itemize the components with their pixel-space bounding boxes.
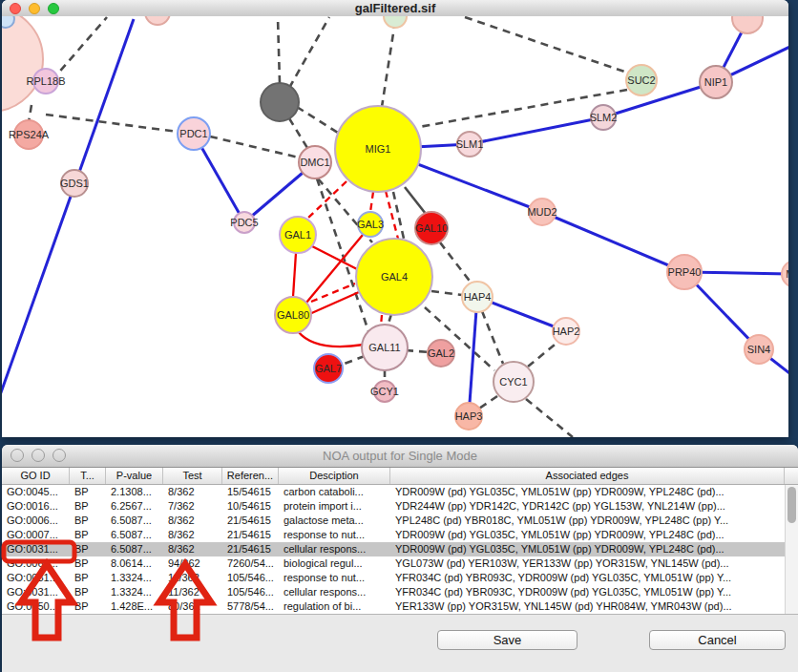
minimize-button[interactable] [29, 3, 40, 14]
table-cell: GO:0007... [2, 528, 70, 542]
column-header-4[interactable]: Referen... [222, 468, 279, 484]
graph-node-DMC1[interactable] [299, 146, 331, 178]
table-cell: 80/362 [163, 599, 222, 614]
graph-node-GAL80[interactable] [275, 297, 311, 333]
graph-node-GAL11[interactable] [362, 325, 408, 370]
graph-node-GAL7[interactable] [314, 354, 343, 383]
graph-node-PDC5[interactable] [234, 212, 255, 233]
network-graph: RPL18BRPS24AGDS1PDC1PDC5MIG1DMC1SUC2SLM1… [2, 16, 788, 437]
graph-node-SLM1[interactable] [457, 132, 482, 157]
noa-window-titlebar[interactable]: NOA output for Single Mode [2, 445, 798, 468]
table-cell: 21/54615 [222, 542, 279, 556]
graph-node-MIG1[interactable] [335, 106, 421, 192]
graph-node-SIN4[interactable] [745, 335, 773, 364]
graph-node-HAP4[interactable] [462, 282, 493, 312]
graph-edge [210, 136, 299, 158]
graph-node-HAP2[interactable] [553, 318, 579, 345]
graph-node-GAL3[interactable] [358, 212, 383, 237]
graph-node-MSI[interactable] [782, 261, 788, 287]
graph-node-GAL10[interactable] [415, 212, 448, 244]
table-row[interactable]: GO:0006...BP6.5087...8/36221/54615galact… [2, 514, 798, 528]
graph-node[interactable] [261, 83, 299, 121]
scrollbar-thumb[interactable] [788, 487, 796, 523]
graph-node[interactable] [2, 16, 43, 112]
table-cell: regulation of bi... [279, 599, 390, 614]
table-cell: BP [70, 485, 106, 499]
column-header-0[interactable]: GO ID [2, 468, 70, 484]
table-cell: YDR009W (pd) YGL035C, YML051W (pp) YDR00… [390, 528, 785, 542]
column-header-6[interactable]: Associated edges [390, 468, 785, 484]
graph-node-SLM2[interactable] [591, 105, 616, 130]
graph-edge [470, 117, 603, 144]
graph-node-GAL1[interactable] [280, 217, 316, 253]
graph-node-NIP1[interactable] [700, 66, 732, 98]
maximize-button-inactive[interactable] [52, 449, 66, 462]
table-cell: GO:0031... [2, 585, 70, 599]
graph-edge [370, 192, 373, 212]
table-scrollbar[interactable] [785, 485, 798, 614]
table-cell: YER133W (pp) YOR315W, YNL145W (pd) YHR08… [390, 599, 785, 614]
table-cell: 11/362 [163, 585, 222, 599]
graph-node-RPS24A[interactable] [14, 120, 43, 149]
graph-node-SUC2[interactable] [626, 65, 657, 95]
graph-edge [465, 17, 630, 74]
graph-node-CYC1[interactable] [494, 362, 534, 402]
minimize-button-inactive[interactable] [32, 449, 45, 462]
save-button[interactable]: Save [437, 630, 578, 650]
table-row[interactable]: GO:0031...BP6.5087...8/36221/54615cellul… [2, 542, 798, 556]
table-cell: BP [70, 556, 106, 571]
table-header-row: GO IDT...P-valueTestReferen...Desciption… [2, 468, 798, 485]
graph-edge [526, 399, 573, 437]
table-cell: 8/362 [163, 528, 222, 542]
graph-node[interactable] [732, 16, 763, 33]
table-cell: GO:0050... [2, 599, 70, 614]
graph-node[interactable] [145, 16, 170, 25]
table-row[interactable]: GO:0007...BP6.5087...8/36221/54615respon… [2, 528, 798, 542]
table-cell: 7/362 [163, 499, 222, 514]
network-window-titlebar[interactable]: galFiltered.sif [2, 0, 788, 17]
table-cell: BP [70, 571, 106, 585]
graph-node[interactable] [384, 16, 407, 28]
table-row[interactable]: GO:0031...BP1.3324...11/362105/546...res… [2, 571, 798, 585]
close-button-inactive[interactable] [10, 449, 24, 462]
graph-edge [440, 242, 472, 284]
cancel-button[interactable]: Cancel [649, 630, 786, 650]
table-cell: BP [70, 542, 106, 556]
table-cell: 15/54615 [222, 485, 279, 499]
table-cell: 21/54615 [222, 528, 279, 542]
table-row[interactable]: GO:0045...BP2.1308...8/36215/54615carbon… [2, 485, 798, 499]
graph-node-GAL2[interactable] [428, 340, 454, 367]
graph-node-RPL18B[interactable] [33, 69, 58, 94]
maximize-button[interactable] [48, 3, 59, 14]
graph-node-HAP3[interactable] [455, 403, 482, 430]
column-header-1[interactable]: T... [70, 468, 106, 484]
graph-edge [289, 17, 329, 88]
graph-node-MUD2[interactable] [529, 199, 556, 225]
graph-edge [406, 350, 429, 352]
table-cell: 105/546... [222, 585, 279, 599]
noa-window-title: NOA output for Single Mode [2, 445, 798, 467]
table-cell: 94/362 [163, 556, 222, 571]
graph-node-GDS1[interactable] [61, 170, 88, 197]
graph-node-GAL4[interactable] [356, 239, 432, 315]
column-header-2[interactable]: P-value [106, 468, 163, 484]
graph-edge [479, 396, 497, 409]
table-row[interactable]: GO:0050...BP1.428E...80/3625778/54...reg… [2, 599, 798, 614]
table-row[interactable]: GO:0065...BP8.0614...94/3627260/54...bio… [2, 556, 798, 571]
table-row[interactable]: GO:0031...BP1.3324...11/362105/546...cel… [2, 585, 798, 599]
graph-edge [46, 115, 178, 132]
column-header-5[interactable]: Desciption [279, 468, 390, 484]
table-row[interactable]: GO:0016...BP6.2567...7/36210/54615protei… [2, 499, 798, 514]
graph-edge [393, 192, 404, 239]
graph-edge [312, 246, 363, 272]
close-button[interactable] [10, 3, 21, 14]
graph-edge [603, 82, 716, 117]
table-cell: YDR009W (pd) YGL035C, YML051W (pp) YDR00… [390, 542, 785, 556]
network-canvas[interactable]: RPL18BRPS24AGDS1PDC1PDC5MIG1DMC1SUC2SLM1… [2, 16, 788, 437]
graph-node-PRP40[interactable] [667, 255, 702, 289]
table-cell: GO:0016... [2, 499, 70, 514]
graph-node-PDC1[interactable] [178, 117, 210, 150]
graph-edge [311, 284, 355, 302]
graph-node-GCY1[interactable] [374, 381, 395, 402]
column-header-3[interactable]: Test [163, 468, 222, 484]
